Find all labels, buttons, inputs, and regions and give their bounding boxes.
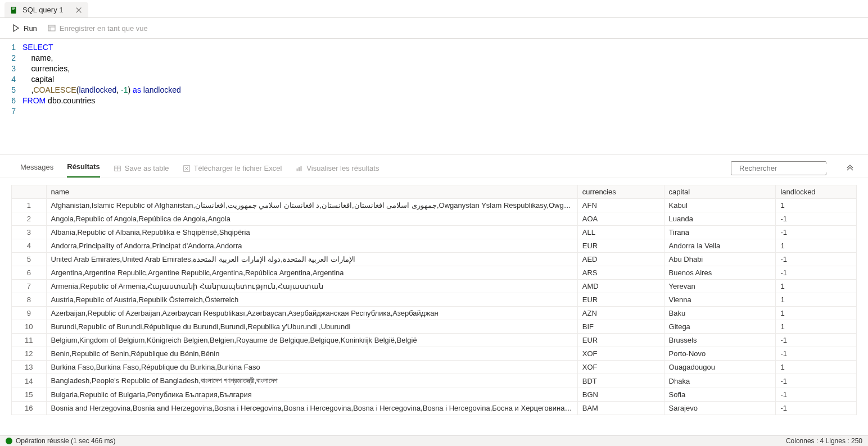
cell-currencies[interactable]: AMD [577,280,664,293]
table-row[interactable]: 1Afghanistan,Islamic Republic of Afghani… [12,199,857,212]
results-search[interactable] [731,161,826,175]
cell-landlocked[interactable]: 1 [776,320,857,334]
cell-capital[interactable]: Kabul [664,199,776,212]
close-icon[interactable] [75,6,83,14]
tab-results[interactable]: Résultats [67,159,100,178]
cell-name[interactable]: Albania,Republic of Albania,Republika e … [46,226,577,239]
cell-landlocked[interactable]: -1 [776,347,857,361]
cell-capital[interactable]: Buenos Aires [664,266,776,280]
cell-capital[interactable]: Andorra la Vella [664,239,776,253]
code-area[interactable]: SELECT name, currencies, capital ,COALES… [22,42,868,117]
cell-capital[interactable]: Sofia [664,388,776,402]
header-currencies[interactable]: currencies [577,185,664,199]
cell-currencies[interactable]: ALL [577,226,664,239]
save-as-table-button[interactable]: Save as table [114,164,169,172]
cell-name[interactable]: Belgium,Kingdom of Belgium,Königreich Be… [46,334,577,347]
cell-currencies[interactable]: BAM [577,402,664,415]
cell-landlocked[interactable]: -1 [776,212,857,226]
cell-capital[interactable]: Brussels [664,334,776,347]
cell-name[interactable]: United Arab Emirates,United Arab Emirate… [46,253,577,266]
cell-name[interactable]: Benin,Republic of Benin,République du Bé… [46,347,577,361]
cell-landlocked[interactable]: 1 [776,239,857,253]
cell-landlocked[interactable]: 1 [776,199,857,212]
cell-landlocked[interactable]: -1 [776,334,857,347]
cell-capital[interactable]: Baku [664,307,776,320]
cell-name[interactable]: Afghanistan,Islamic Republic of Afghanis… [46,199,577,212]
cell-capital[interactable]: Dhaka [664,374,776,388]
header-landlocked[interactable]: landlocked [776,185,857,199]
cell-name[interactable]: Bosnia and Herzegovina,Bosnia and Herzeg… [46,402,577,415]
cell-landlocked[interactable]: 1 [776,307,857,320]
header-capital[interactable]: capital [664,185,776,199]
table-row[interactable]: 10Burundi,Republic of Burundi,République… [12,320,857,334]
cell-capital[interactable]: Luanda [664,212,776,226]
table-row[interactable]: 5United Arab Emirates,United Arab Emirat… [12,253,857,266]
download-excel-button[interactable]: Télécharger le fichier Excel [183,164,282,172]
cell-name[interactable]: Argentina,Argentine Republic,Argentine R… [46,266,577,280]
cell-currencies[interactable]: AFN [577,199,664,212]
cell-landlocked[interactable]: 1 [776,361,857,374]
collapse-panel-button[interactable] [843,161,857,176]
tab-messages[interactable]: Messages [20,160,53,177]
cell-landlocked[interactable]: -1 [776,374,857,388]
cell-landlocked[interactable]: -1 [776,402,857,415]
save-as-view-button[interactable]: Enregistrer en tant que vue [47,24,148,33]
cell-name[interactable]: Azerbaijan,Republic of Azerbaijan,Azərba… [46,307,577,320]
cell-landlocked[interactable]: -1 [776,388,857,402]
header-name[interactable]: name [46,185,577,199]
cell-currencies[interactable]: BIF [577,320,664,334]
run-button[interactable]: Run [11,24,37,33]
cell-capital[interactable]: Porto-Novo [664,347,776,361]
cell-currencies[interactable]: XOF [577,361,664,374]
cell-currencies[interactable]: BGN [577,388,664,402]
cell-landlocked[interactable]: -1 [776,253,857,266]
cell-landlocked[interactable]: -1 [776,226,857,239]
table-row[interactable]: 11Belgium,Kingdom of Belgium,Königreich … [12,334,857,347]
visualize-results-button[interactable]: Visualiser les résultats [295,164,379,172]
cell-currencies[interactable]: EUR [577,293,664,307]
cell-currencies[interactable]: ARS [577,266,664,280]
search-input[interactable] [739,164,834,172]
header-rownum[interactable] [12,185,47,199]
table-row[interactable]: 16Bosnia and Herzegovina,Bosnia and Herz… [12,402,857,415]
sql-editor[interactable]: 1 2 3 4 5 6 7 SELECT name, currencies, c… [0,39,868,120]
cell-currencies[interactable]: AED [577,253,664,266]
cell-currencies[interactable]: AZN [577,307,664,320]
table-row[interactable]: 4Andorra,Principality of Andorra,Princip… [12,239,857,253]
cell-currencies[interactable]: EUR [577,334,664,347]
cell-name[interactable]: Austria,Republic of Austria,Republik Öst… [46,293,577,307]
cell-capital[interactable]: Ouagadougou [664,361,776,374]
cell-name[interactable]: Andorra,Principality of Andorra,Principa… [46,239,577,253]
cell-currencies[interactable]: EUR [577,239,664,253]
cell-capital[interactable]: Sarajevo [664,402,776,415]
cell-currencies[interactable]: XOF [577,347,664,361]
results-grid-wrap[interactable]: name currencies capital landlocked 1Afgh… [0,178,868,435]
table-row[interactable]: 3Albania,Republic of Albania,Republika e… [12,226,857,239]
cell-capital[interactable]: Abu Dhabi [664,253,776,266]
table-row[interactable]: 14Bangladesh,People's Republic of Bangla… [12,374,857,388]
table-row[interactable]: 12Benin,Republic of Benin,République du … [12,347,857,361]
cell-landlocked[interactable]: 1 [776,280,857,293]
table-row[interactable]: 6Argentina,Argentine Republic,Argentine … [12,266,857,280]
cell-capital[interactable]: Gitega [664,320,776,334]
table-row[interactable]: 7Armenia,Republic of Armenia,Հայաստանի Հ… [12,280,857,293]
cell-name[interactable]: Burkina Faso,Burkina Faso,République du … [46,361,577,374]
cell-name[interactable]: Burundi,Republic of Burundi,République d… [46,320,577,334]
table-row[interactable]: 8Austria,Republic of Austria,Republik Ös… [12,293,857,307]
cell-name[interactable]: Bangladesh,People's Republic of Banglade… [46,374,577,388]
cell-capital[interactable]: Vienna [664,293,776,307]
table-row[interactable]: 2Angola,Republic of Angola,República de … [12,212,857,226]
cell-name[interactable]: Bulgaria,Republic of Bulgaria,Република … [46,388,577,402]
cell-name[interactable]: Armenia,Republic of Armenia,Հայաստանի Հա… [46,280,577,293]
table-row[interactable]: 9Azerbaijan,Republic of Azerbaijan,Azərb… [12,307,857,320]
cell-name[interactable]: Angola,Republic of Angola,República de A… [46,212,577,226]
cell-capital[interactable]: Yerevan [664,280,776,293]
table-row[interactable]: 15Bulgaria,Republic of Bulgaria,Републик… [12,388,857,402]
cell-landlocked[interactable]: -1 [776,266,857,280]
cell-currencies[interactable]: BDT [577,374,664,388]
cell-currencies[interactable]: AOA [577,212,664,226]
cell-capital[interactable]: Tirana [664,226,776,239]
cell-landlocked[interactable]: 1 [776,293,857,307]
query-tab[interactable]: SQL query 1 [4,2,88,17]
table-row[interactable]: 13Burkina Faso,Burkina Faso,République d… [12,361,857,374]
